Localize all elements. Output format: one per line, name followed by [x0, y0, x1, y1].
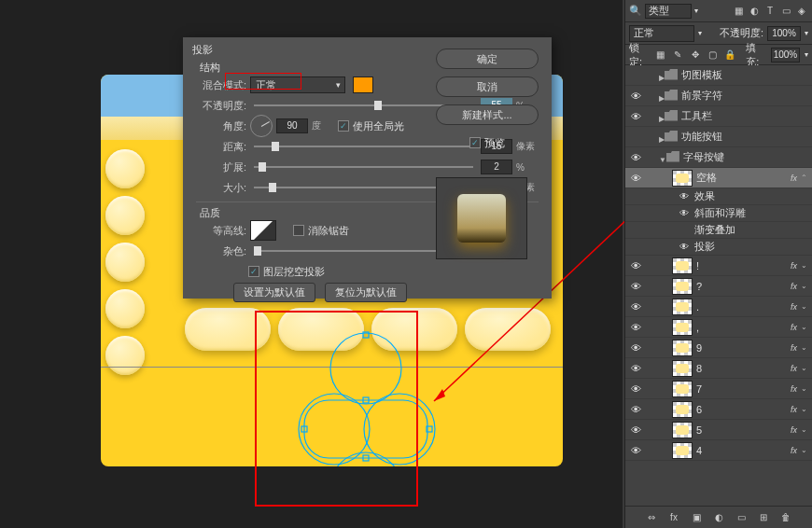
key-circle — [105, 243, 145, 282]
blend-mode-dropdown[interactable]: 正常 — [250, 76, 345, 93]
layer-item[interactable]: 👁7fx⌄ — [625, 379, 812, 399]
search-icon[interactable]: 🔍 — [629, 5, 642, 17]
lock-transparency-icon[interactable]: ▦ — [654, 49, 667, 62]
visibility-icon[interactable]: 👁 — [625, 281, 646, 292]
visibility-icon[interactable]: 👁 — [625, 301, 646, 313]
fx-icon[interactable]: fx — [667, 511, 680, 524]
key-pill — [465, 308, 551, 351]
antialias-checkbox[interactable] — [293, 225, 304, 236]
lock-artboard-icon[interactable]: ▢ — [707, 49, 720, 62]
folder-icon — [665, 69, 678, 80]
cancel-button[interactable]: 取消 — [436, 76, 539, 97]
editing-shape[interactable] — [291, 331, 441, 466]
preview-checkbox[interactable] — [469, 137, 481, 148]
make-default-button[interactable]: 设置为默认值 — [233, 283, 315, 302]
layer-thumb — [672, 299, 693, 315]
new-style-button[interactable]: 新建样式... — [436, 104, 539, 125]
visibility-icon[interactable]: 👁 — [625, 383, 646, 395]
shadow-color-swatch[interactable] — [353, 76, 373, 93]
visibility-icon[interactable]: 👁 — [625, 363, 646, 374]
visibility-icon[interactable]: 👁 — [625, 404, 646, 415]
svg-rect-4 — [304, 400, 427, 458]
folder-icon — [665, 131, 678, 142]
filter-adjust-icon[interactable]: ◐ — [748, 5, 761, 18]
filter-image-icon[interactable]: ▦ — [732, 5, 745, 18]
layer-folder[interactable]: ▶切图模板 — [625, 65, 812, 86]
preview-box — [436, 177, 527, 259]
layer-item[interactable]: 👁6fx⌄ — [625, 399, 812, 420]
distance-label: 距离: — [196, 140, 246, 154]
reset-default-button[interactable]: 复位为默认值 — [325, 283, 407, 302]
visibility-icon[interactable]: 👁 — [625, 90, 646, 102]
mask-icon[interactable]: ▣ — [690, 511, 703, 524]
filter-shape-icon[interactable]: ▭ — [779, 5, 792, 18]
size-label: 大小: — [196, 181, 246, 195]
svg-point-5 — [299, 394, 370, 465]
fx-group[interactable]: 👁效果 — [625, 188, 812, 205]
layer-thumb — [672, 257, 693, 274]
fill-value[interactable]: 100% — [771, 48, 800, 63]
layer-thumb — [672, 422, 693, 438]
fx-shadow[interactable]: 👁投影 — [625, 239, 812, 256]
layer-thumb — [672, 360, 693, 377]
filter-smart-icon[interactable]: ◈ — [795, 5, 808, 18]
angle-dial[interactable] — [250, 115, 273, 137]
trash-icon[interactable]: 🗑 — [779, 511, 792, 524]
visibility-icon[interactable]: 👁 — [625, 152, 646, 163]
folder-icon — [666, 151, 679, 162]
layer-folder[interactable]: 👁▶工具栏 — [625, 106, 812, 127]
visibility-icon[interactable]: 👁 — [625, 342, 646, 354]
layer-thumb — [672, 442, 693, 459]
visibility-icon[interactable]: 👁 — [625, 424, 646, 436]
global-light-checkbox[interactable] — [338, 120, 349, 132]
new-layer-icon[interactable]: ⊞ — [757, 511, 770, 524]
lock-paint-icon[interactable]: ✎ — [671, 49, 684, 62]
key-circle — [105, 149, 145, 188]
layer-thumb — [672, 401, 693, 418]
layer-item[interactable]: 👁4fx⌄ — [625, 440, 812, 461]
lock-position-icon[interactable]: ✥ — [689, 49, 702, 62]
noise-label: 杂色: — [196, 244, 246, 258]
fx-gradient[interactable]: 渐变叠加 — [625, 222, 812, 239]
layer-item[interactable]: 👁8fx⌄ — [625, 358, 812, 379]
key-circle — [105, 196, 145, 235]
layer-item[interactable]: 👁,fx⌄ — [625, 317, 812, 338]
layer-opacity-value[interactable]: 100% — [767, 26, 801, 41]
visibility-icon[interactable]: 👁 — [625, 445, 646, 456]
layer-item[interactable]: 👁.fx⌄ — [625, 297, 812, 317]
layer-folder[interactable]: 👁▼字母按键 — [625, 147, 812, 168]
layer-thumb — [672, 170, 693, 187]
filter-text-icon[interactable]: T — [763, 5, 777, 18]
layer-item[interactable]: 👁?fx⌄ — [625, 276, 812, 297]
layer-style-dialog: 投影 结构 混合模式: 正常 不透明度: 55 % 角度: 90 度 使用全局光… — [183, 37, 552, 299]
layer-item[interactable]: 👁!fx⌄ — [625, 256, 812, 276]
key-circle — [105, 336, 145, 375]
layer-space[interactable]: 👁空格fx⌃ — [625, 168, 812, 188]
layer-blend-dropdown[interactable]: 正常 — [629, 25, 694, 42]
layer-item[interactable]: 👁5fx⌄ — [625, 420, 812, 440]
layer-thumb — [672, 340, 693, 356]
adjustment-icon[interactable]: ◐ — [712, 511, 725, 524]
link-icon[interactable]: ⇔ — [645, 511, 658, 524]
group-icon[interactable]: ▭ — [735, 511, 748, 524]
layer-folder[interactable]: ▶功能按钮 — [625, 127, 812, 147]
filter-type-dropdown[interactable]: 类型 — [645, 4, 692, 19]
ok-button[interactable]: 确定 — [436, 49, 539, 69]
visibility-icon[interactable]: 👁 — [625, 260, 646, 271]
contour-label: 等高线: — [196, 224, 246, 238]
visibility-icon[interactable]: 👁 — [625, 322, 646, 333]
contour-picker[interactable] — [250, 220, 276, 241]
lock-all-icon[interactable]: 🔒 — [724, 49, 737, 62]
layer-item[interactable]: 👁9fx⌄ — [625, 338, 812, 358]
fx-bevel[interactable]: 👁斜面和浮雕 — [625, 205, 812, 222]
visibility-icon[interactable]: 👁 — [625, 111, 646, 122]
visibility-icon[interactable]: 👁 — [625, 173, 646, 184]
layer-thumb — [672, 381, 693, 397]
knockout-checkbox[interactable] — [248, 266, 259, 277]
spread-label: 扩展: — [196, 160, 246, 174]
layer-thumb — [672, 319, 693, 336]
angle-value[interactable]: 90 — [276, 118, 308, 133]
svg-point-3 — [330, 333, 401, 404]
layers-list[interactable]: ▶切图模板 👁▶前景字符 👁▶工具栏 ▶功能按钮 👁▼字母按键 👁空格fx⌃ 👁… — [625, 65, 812, 506]
layer-folder[interactable]: 👁▶前景字符 — [625, 86, 812, 106]
